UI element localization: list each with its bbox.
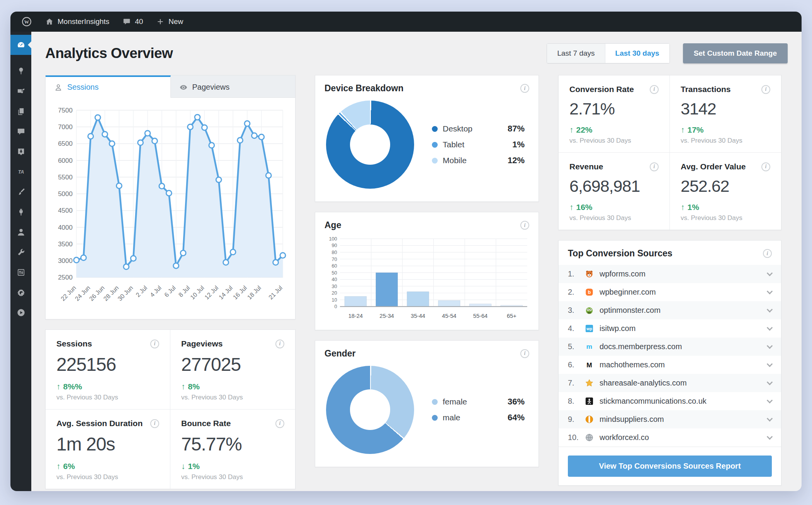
chevron-down-icon[interactable] <box>767 397 773 403</box>
info-icon[interactable]: i <box>275 419 284 428</box>
source-row-machothemes-com[interactable]: 6.Mmachothemes.com <box>559 356 781 374</box>
source-row-wpforms-com[interactable]: 1.wpforms.com <box>559 265 781 283</box>
sidebar-item-seedprod[interactable] <box>10 282 31 302</box>
up-arrow-icon: ↑ <box>569 203 574 212</box>
sidebar-item-comments[interactable] <box>10 121 31 142</box>
source-domain: isitwp.com <box>600 324 768 333</box>
up-arrow-icon: ↑ <box>56 462 61 471</box>
sidebar-item-downloads[interactable] <box>10 142 31 162</box>
sessions-chart-card: Sessions Pageviews 250030003500400045005… <box>45 75 296 319</box>
info-icon[interactable]: i <box>520 221 529 230</box>
sidebar-item-posts[interactable] <box>10 61 31 81</box>
svg-text:28 Jun: 28 Jun <box>102 285 120 302</box>
svg-text:2 Jul: 2 Jul <box>134 285 148 299</box>
svg-text:b: b <box>588 290 591 295</box>
svg-text:20: 20 <box>332 290 337 296</box>
info-icon[interactable]: i <box>520 84 529 93</box>
sidebar-item-users[interactable] <box>10 222 31 242</box>
site-name-menu[interactable]: MonsterInsights <box>45 17 109 26</box>
svg-text:6000: 6000 <box>58 157 73 164</box>
wordpress-menu[interactable]: W <box>21 16 32 27</box>
stat-card-pageviews: Pageviewsi277025↑8%vs. Previous 30 Days <box>170 330 295 409</box>
source-row-stickmancommunications-co-uk[interactable]: 8.stickmancommunications.co.uk <box>559 392 781 410</box>
sidebar-item-media[interactable] <box>10 81 31 101</box>
star-favicon <box>585 379 594 387</box>
comments-admin-menu[interactable]: 40 <box>122 17 143 26</box>
sidebar-item-tools[interactable] <box>10 242 31 262</box>
info-icon[interactable]: i <box>150 419 159 428</box>
last-30-days-button[interactable]: Last 30 days <box>605 44 669 63</box>
plug-icon <box>17 208 25 217</box>
stat-compare-label: vs. Previous 30 Days <box>569 137 659 145</box>
sidebar-item-dashboard[interactable] <box>10 35 31 55</box>
legend-value: 1% <box>512 140 525 150</box>
chevron-down-icon[interactable] <box>767 343 773 349</box>
svg-text:12 Jul: 12 Jul <box>203 285 219 301</box>
age-bar-chart: 010203040506070809010018-2425-3435-4445-… <box>315 234 539 330</box>
info-icon[interactable]: i <box>520 349 529 358</box>
stat-compare-label: vs. Previous 30 Days <box>569 214 659 222</box>
source-row-workforcexl-co[interactable]: 10.workforcexl.co <box>559 428 781 447</box>
svg-text:65+: 65+ <box>507 313 516 319</box>
sidebar-item-settings[interactable] <box>10 262 31 282</box>
svg-text:45-54: 45-54 <box>442 313 456 319</box>
legend-value: 87% <box>508 124 525 134</box>
source-rank: 1. <box>568 270 585 278</box>
up-arrow-icon: ↑ <box>56 382 61 391</box>
svg-text:16 Jul: 16 Jul <box>232 285 248 301</box>
stat-label: Avg. Session Duration <box>56 419 143 428</box>
info-icon[interactable]: i <box>275 340 284 348</box>
chevron-down-icon[interactable] <box>767 324 773 331</box>
source-rank: 3. <box>568 306 585 315</box>
svg-text:90: 90 <box>332 242 337 248</box>
sidebar-item-video[interactable] <box>10 302 31 322</box>
set-custom-date-range-button[interactable]: Set Custom Date Range <box>683 43 788 63</box>
sidebar-item-pages[interactable] <box>10 101 31 121</box>
chevron-down-icon[interactable] <box>767 433 773 440</box>
source-row-isitwp-com[interactable]: 4.wpisitwp.com <box>559 319 781 338</box>
legend-dot-icon <box>432 415 438 421</box>
info-icon[interactable]: i <box>761 162 770 171</box>
wpbeginner-favicon: b <box>585 288 594 297</box>
source-row-optinmonster-com[interactable]: 3.optinmonster.com <box>559 301 781 319</box>
source-rank: 10. <box>568 433 585 442</box>
chevron-down-icon[interactable] <box>767 415 773 421</box>
chevron-down-icon[interactable] <box>767 288 773 294</box>
source-rank: 4. <box>568 324 585 333</box>
svg-text:6 Jul: 6 Jul <box>163 285 177 299</box>
source-row-mindsuppliers-com[interactable]: 9.mindsuppliers.com <box>559 410 781 428</box>
info-icon[interactable]: i <box>650 162 659 171</box>
source-row-shareasale-analytics-com[interactable]: 7.shareasale-analytics.com <box>559 374 781 392</box>
gauge-icon <box>17 41 25 49</box>
info-icon[interactable]: i <box>763 249 772 258</box>
legend-value: 12% <box>508 155 525 165</box>
stat-label: Conversion Rate <box>569 85 634 94</box>
top-conversion-sources-card: Top Conversion Sources i 1.wpforms.com2.… <box>558 240 781 486</box>
source-row-docs-memberpress-com[interactable]: 5.mdocs.memberpress.com <box>559 338 781 356</box>
chevron-down-icon[interactable] <box>767 361 773 367</box>
stat-value: 277025 <box>181 354 284 375</box>
tab-pageviews[interactable]: Pageviews <box>171 75 296 98</box>
view-top-conversions-report-button[interactable]: View Top Conversions Sources Report <box>568 456 772 477</box>
info-icon[interactable]: i <box>761 85 770 94</box>
svg-text:30 Jun: 30 Jun <box>116 285 134 302</box>
sidebar-item-appearance[interactable] <box>10 182 31 202</box>
chevron-down-icon[interactable] <box>767 379 773 385</box>
stat-compare-label: vs. Previous 30 Days <box>681 214 770 222</box>
stat-label: Avg. Order Value <box>681 162 746 171</box>
sidebar-item-ta[interactable]: TA <box>10 162 31 182</box>
tab-sessions[interactable]: Sessions <box>46 75 171 98</box>
info-icon[interactable]: i <box>150 340 159 348</box>
sidebar-item-plugins[interactable] <box>10 202 31 222</box>
globe-favicon <box>585 433 594 442</box>
chevron-down-icon[interactable] <box>767 306 773 312</box>
sessions-line-chart: 2500300035004000450050005500600065007000… <box>46 98 295 319</box>
info-icon[interactable]: i <box>650 85 659 94</box>
source-row-wpbeginner-com[interactable]: 2.bwpbeginner.com <box>559 283 781 301</box>
up-arrow-icon: ↑ <box>681 125 685 135</box>
last-7-days-button[interactable]: Last 7 days <box>547 44 605 63</box>
chevron-down-icon[interactable] <box>767 270 773 276</box>
new-content-menu[interactable]: New <box>156 17 183 26</box>
comments-icon <box>17 127 25 136</box>
new-label: New <box>168 17 183 26</box>
